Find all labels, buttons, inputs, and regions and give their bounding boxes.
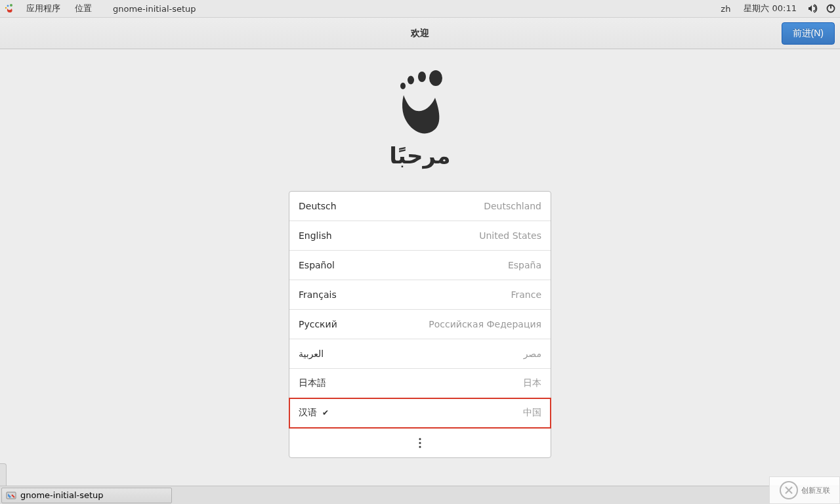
header-bar: 欢迎 前进(N) bbox=[0, 18, 840, 49]
svg-point-10 bbox=[419, 442, 421, 444]
gnome-foot-icon bbox=[390, 70, 450, 136]
svg-point-2 bbox=[5, 7, 7, 9]
page-title: 欢迎 bbox=[411, 28, 429, 39]
top-panel: 应用程序 位置 gnome-initial-setup zh 星期六 00:11 bbox=[0, 0, 840, 18]
language-row-espanol[interactable]: Español España bbox=[289, 251, 551, 280]
svg-point-1 bbox=[7, 5, 9, 7]
language-region: España bbox=[508, 260, 541, 270]
language-row-chinese[interactable]: 汉语 ✔ 中国 bbox=[289, 398, 551, 428]
svg-point-6 bbox=[418, 72, 426, 82]
language-region: France bbox=[511, 289, 541, 300]
language-region: مصر bbox=[524, 348, 541, 359]
language-name: 日本語 bbox=[299, 377, 326, 389]
more-languages-button[interactable] bbox=[289, 428, 551, 457]
svg-point-11 bbox=[419, 446, 421, 448]
menu-applications[interactable]: 应用程序 bbox=[24, 1, 63, 16]
language-name: Français bbox=[299, 289, 337, 300]
language-row-english[interactable]: English United States bbox=[289, 221, 551, 251]
language-row-russian[interactable]: Русский Российская Федерация bbox=[289, 310, 551, 339]
language-name: Español bbox=[299, 260, 335, 270]
clock[interactable]: 星期六 00:11 bbox=[741, 1, 799, 16]
svg-point-9 bbox=[419, 438, 421, 440]
power-icon[interactable] bbox=[826, 3, 836, 14]
top-panel-right: zh 星期六 00:11 bbox=[718, 1, 836, 16]
language-name: 汉语 bbox=[299, 407, 317, 419]
menu-places[interactable]: 位置 bbox=[72, 1, 94, 16]
taskbar-item-initial-setup[interactable]: gnome-initial-setup bbox=[1, 488, 172, 503]
svg-point-5 bbox=[429, 70, 442, 86]
checkmark-icon: ✔ bbox=[322, 408, 329, 417]
volume-icon[interactable] bbox=[807, 3, 818, 14]
language-region: 日本 bbox=[523, 377, 541, 389]
language-name: Deutsch bbox=[299, 201, 337, 211]
workspace-switcher-handle[interactable] bbox=[0, 463, 7, 486]
watermark-text: 创新互联 bbox=[801, 486, 830, 495]
language-region: Deutschland bbox=[484, 201, 541, 211]
next-button[interactable]: 前进(N) bbox=[782, 22, 835, 45]
language-row-japanese[interactable]: 日本語 日本 bbox=[289, 369, 551, 398]
language-row-arabic[interactable]: العربية مصر bbox=[289, 339, 551, 369]
language-region: 中国 bbox=[523, 407, 541, 419]
top-panel-left: 应用程序 位置 gnome-initial-setup bbox=[4, 1, 199, 16]
welcome-heading: مرحبًا bbox=[389, 142, 450, 169]
language-name: العربية bbox=[299, 348, 324, 359]
language-row-deutsch[interactable]: Deutsch Deutschland bbox=[289, 192, 551, 221]
language-region: United States bbox=[479, 230, 541, 241]
gnome-logo-icon bbox=[4, 3, 14, 14]
svg-point-7 bbox=[408, 76, 414, 85]
watermark: 创新互联 bbox=[769, 476, 840, 504]
taskbar: gnome-initial-setup bbox=[0, 486, 840, 504]
app-icon bbox=[6, 490, 16, 501]
svg-point-0 bbox=[10, 4, 12, 7]
ime-indicator[interactable]: zh bbox=[718, 3, 733, 15]
language-list: Deutsch Deutschland English United State… bbox=[289, 191, 551, 458]
language-name: English bbox=[299, 230, 332, 241]
active-app-label[interactable]: gnome-initial-setup bbox=[110, 3, 199, 15]
language-row-francais[interactable]: Français France bbox=[289, 280, 551, 310]
main-content: مرحبًا Deutsch Deutschland English Unite… bbox=[0, 49, 840, 486]
taskbar-item-label: gnome-initial-setup bbox=[20, 490, 104, 500]
more-icon bbox=[419, 438, 421, 448]
language-name: Русский bbox=[299, 319, 337, 329]
language-region: Российская Федерация bbox=[429, 319, 541, 329]
svg-point-8 bbox=[400, 83, 406, 89]
